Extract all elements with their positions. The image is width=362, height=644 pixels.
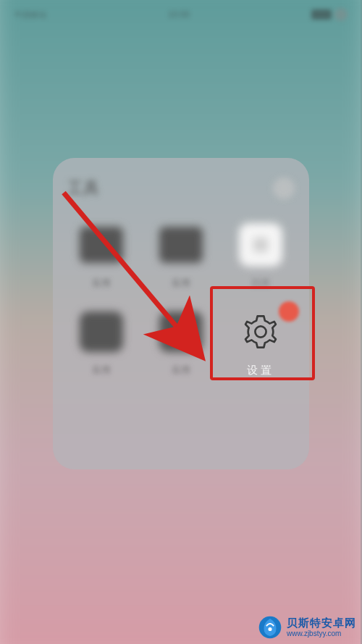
battery-icon: [311, 9, 332, 20]
svg-point-0: [255, 326, 266, 337]
svg-point-3: [268, 627, 272, 631]
calendar-icon: [235, 219, 287, 271]
folder-title: 工具: [67, 177, 99, 199]
app-icon: [75, 306, 127, 358]
watermark-logo-icon: [258, 615, 282, 640]
app-item[interactable]: 应用: [67, 306, 135, 377]
app-label: 设置: [247, 364, 274, 377]
app-label: 应用: [172, 277, 190, 290]
watermark-title: 贝斯特安卓网: [287, 617, 356, 630]
folder-header: 工具: [67, 175, 295, 201]
notification-badge-icon: [279, 301, 299, 322]
app-item-calendar[interactable]: 日历: [227, 219, 295, 290]
app-label: 应用: [92, 277, 111, 290]
app-folder[interactable]: 工具 应用 应用 日历 应用: [53, 158, 309, 469]
carrier-label: 中国移动: [14, 9, 46, 20]
watermark-text: 贝斯特安卓网 www.zjbstyy.com: [287, 617, 356, 637]
app-item[interactable]: 应用: [147, 219, 215, 290]
status-bar: 中国移动 10:00: [0, 0, 362, 29]
folder-add-button[interactable]: [273, 177, 295, 199]
app-label: 日历: [251, 277, 270, 290]
app-item-settings[interactable]: 设置: [227, 306, 295, 377]
app-item[interactable]: 应用: [147, 306, 215, 377]
watermark-url: www.zjbstyy.com: [287, 630, 356, 637]
app-grid: 应用 应用 日历 应用 应用: [67, 219, 295, 377]
app-icon: [155, 306, 207, 358]
time-label: 10:00: [168, 9, 190, 20]
status-indicators: [311, 8, 348, 21]
app-icon: [155, 219, 207, 271]
watermark: 贝斯特安卓网 www.zjbstyy.com: [258, 615, 356, 640]
app-item[interactable]: 应用: [67, 219, 135, 290]
status-dot-icon: [334, 8, 348, 21]
app-label: 应用: [92, 364, 111, 377]
app-label: 应用: [172, 364, 190, 377]
app-icon: [75, 219, 127, 271]
